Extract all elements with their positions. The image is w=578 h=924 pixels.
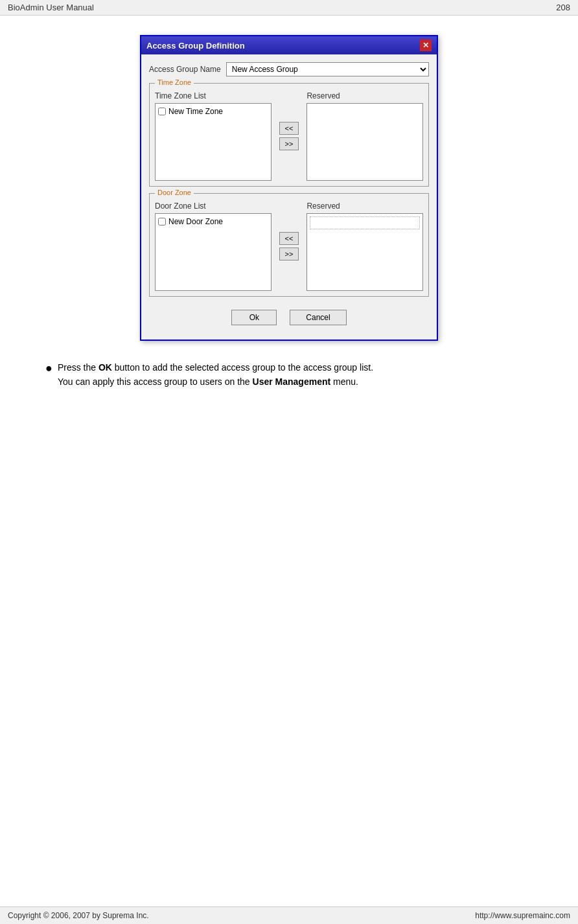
time-zone-item-checkbox[interactable]: [158, 108, 166, 115]
time-zone-right-arrow-button[interactable]: >>: [279, 137, 299, 150]
access-group-name-label: Access Group Name: [149, 65, 221, 74]
door-zone-arrow-buttons: << >>: [277, 202, 302, 291]
door-zone-left-arrow-button[interactable]: <<: [279, 232, 299, 245]
time-zone-reserved-panel: Reserved: [306, 91, 423, 181]
time-zone-list-label: Time Zone List: [155, 91, 272, 100]
door-zone-item-checkbox[interactable]: [158, 218, 166, 225]
dialog-wrapper: Access Group Definition ✕ Access Group N…: [39, 35, 539, 341]
door-zone-list-label: Door Zone List: [155, 202, 272, 211]
time-zone-section-label: Time Zone: [155, 78, 194, 86]
time-zone-content: Time Zone List New Time Zone <<: [155, 91, 423, 181]
door-zone-reserved-panel: Reserved: [306, 202, 423, 291]
page-content: Access Group Definition ✕ Access Group N…: [0, 16, 578, 415]
door-zone-right-arrow-button[interactable]: >>: [279, 248, 299, 260]
door-zone-reserved-label: Reserved: [306, 202, 423, 211]
time-zone-list-box[interactable]: New Time Zone: [155, 103, 272, 181]
dialog-footer: Ok Cancel: [149, 303, 429, 332]
list-item[interactable]: New Door Zone: [158, 216, 268, 227]
access-group-name-row: Access Group Name New Access Group: [149, 62, 429, 76]
bullet-text: Press the OK button to add the selected …: [58, 360, 373, 389]
access-group-name-select[interactable]: New Access Group: [226, 62, 429, 76]
dialog-body: Access Group Name New Access Group Time …: [141, 54, 437, 340]
door-zone-reserved-box[interactable]: [306, 213, 423, 291]
access-group-dialog: Access Group Definition ✕ Access Group N…: [140, 35, 438, 341]
door-zone-section: Door Zone Door Zone List New Door Zone: [149, 193, 429, 297]
dialog-close-button[interactable]: ✕: [420, 40, 432, 51]
time-zone-item-label: New Time Zone: [168, 107, 223, 116]
user-management-bold: User Management: [253, 376, 331, 387]
door-zone-section-label: Door Zone: [155, 189, 194, 196]
dialog-title: Access Group Definition: [146, 41, 245, 51]
reserved-item-dotted: [310, 216, 420, 229]
manual-title: BioAdmin User Manual: [8, 3, 94, 12]
list-item[interactable]: New Time Zone: [158, 106, 268, 117]
page-footer: Copyright © 2006, 2007 by Suprema Inc. h…: [0, 907, 578, 924]
dialog-titlebar: Access Group Definition ✕: [141, 36, 437, 54]
website-text: http://www.supremainc.com: [475, 911, 570, 920]
time-zone-reserved-box[interactable]: [306, 103, 423, 181]
time-zone-left-arrow-button[interactable]: <<: [279, 122, 299, 135]
door-zone-list-box[interactable]: New Door Zone: [155, 213, 272, 291]
door-zone-content: Door Zone List New Door Zone <<: [155, 202, 423, 291]
time-zone-section: Time Zone Time Zone List New Time Zone: [149, 83, 429, 187]
time-zone-list-panel: Time Zone List New Time Zone: [155, 91, 272, 181]
door-zone-list-panel: Door Zone List New Door Zone: [155, 202, 272, 291]
cancel-button[interactable]: Cancel: [290, 310, 346, 325]
page-number: 208: [556, 3, 570, 12]
bullet-item: ● Press the OK button to add the selecte…: [45, 360, 539, 389]
door-zone-item-label: New Door Zone: [168, 217, 223, 226]
copyright-text: Copyright © 2006, 2007 by Suprema Inc.: [8, 911, 149, 920]
page-header: BioAdmin User Manual 208: [0, 0, 578, 16]
bullet-dot: ●: [45, 360, 52, 376]
time-zone-arrow-buttons: << >>: [277, 91, 302, 181]
ok-bold: OK: [98, 362, 112, 373]
time-zone-reserved-label: Reserved: [306, 91, 423, 100]
ok-button[interactable]: Ok: [231, 310, 277, 325]
bullet-section: ● Press the OK button to add the selecte…: [39, 360, 539, 389]
